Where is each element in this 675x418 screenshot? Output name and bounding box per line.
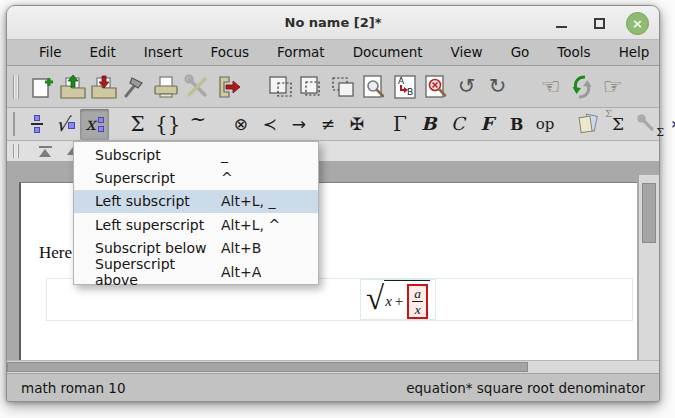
svg-text:A: A (398, 76, 405, 86)
menu-item-label: Left subscript (74, 193, 221, 209)
bold-icon[interactable]: B (414, 109, 443, 140)
fraction-numerator: a (412, 286, 423, 302)
menu-item-label: Superscript (74, 170, 221, 186)
document-text: Here (39, 243, 72, 263)
maximize-icon[interactable] (588, 12, 610, 34)
minimize-icon[interactable] (550, 12, 572, 34)
redo-icon[interactable]: ↻ (482, 69, 513, 105)
menu-item-shortcut: Alt+B (221, 240, 261, 256)
calligraphic-icon[interactable]: C (443, 109, 472, 140)
math-preferences-icon[interactable]: Σ (632, 109, 661, 140)
back-icon[interactable]: ☜ (535, 69, 566, 105)
menubar-item[interactable]: File (25, 42, 76, 63)
svg-text:B: B (407, 87, 413, 97)
menubar-item[interactable]: Focus (196, 42, 263, 63)
statusbar: math roman 10 equation* square root deno… (7, 373, 659, 401)
menubar-item[interactable]: Format (263, 42, 339, 63)
replace-icon[interactable]: A B (389, 69, 420, 105)
titlebar[interactable]: No name [2]* × (7, 6, 659, 40)
menubar-item[interactable]: View (437, 42, 497, 63)
menu-item-shortcut: Alt+L, _ (221, 193, 275, 209)
operator-icon[interactable]: op (530, 109, 559, 140)
jump-top-icon[interactable] (36, 144, 54, 158)
compile-icon[interactable] (119, 69, 150, 105)
scripts-dropdown-menu: Subscript _ Superscript ^ Left subscript… (73, 141, 319, 285)
maltese-icon[interactable]: ✠ (342, 109, 371, 140)
prec-icon[interactable]: ≺ (255, 109, 284, 140)
menu-item[interactable]: Left superscript Alt+L, ^ (74, 213, 318, 236)
otimes-icon[interactable]: ⊗ (226, 109, 255, 140)
menu-item[interactable]: Left subscript Alt+L, _ (74, 190, 318, 213)
fraktur-icon[interactable]: F (472, 109, 501, 140)
menubar-item[interactable]: Insert (130, 42, 197, 63)
undo-icon[interactable]: ↺ (451, 69, 482, 105)
menu-item-shortcut: Alt+L, ^ (221, 217, 280, 233)
find-icon[interactable] (358, 69, 389, 105)
close-document-icon[interactable] (212, 69, 243, 105)
menubar-item[interactable]: Edit (76, 42, 130, 63)
menubar-item[interactable]: Document (339, 42, 437, 63)
math-toolbar: √ x Σ {} ~ ⊗ ≺ → ≠ ✠ Γ B C F B op ΣΣ (7, 107, 659, 140)
menubar-item[interactable]: Help (605, 42, 664, 63)
radical-sign: √ (366, 280, 384, 319)
fraction-icon[interactable] (22, 109, 51, 140)
cut-icon[interactable] (265, 69, 296, 105)
tools-icon[interactable] (181, 69, 212, 105)
selected-fraction[interactable]: a x (407, 284, 428, 319)
paste-icon[interactable] (327, 69, 358, 105)
menu-item-shortcut: _ (221, 147, 228, 163)
texmacs-window: No name [2]* × File Edit Insert Focus Fo… (6, 5, 660, 402)
open-document-icon[interactable] (57, 69, 88, 105)
main-toolbar: A B ↺ ↻ ☜ (7, 65, 659, 107)
status-right: equation* square root denominator (406, 380, 645, 396)
menubar-item[interactable]: Tools (543, 42, 604, 63)
square-root-icon[interactable]: √ (51, 109, 80, 140)
toolbar-grip[interactable] (13, 112, 15, 136)
horizontal-scrollbar[interactable] (7, 360, 659, 373)
forward-icon[interactable]: ☞ (597, 69, 628, 105)
menubar-item[interactable]: Go (497, 42, 544, 63)
accent-icon[interactable]: ~ (183, 109, 212, 140)
horizontal-scrollbar-thumb[interactable] (7, 362, 528, 372)
status-left: math roman 10 (21, 380, 126, 396)
greek-letter-icon[interactable]: Γ (385, 109, 414, 140)
spell-check-icon[interactable] (420, 69, 451, 105)
neq-icon[interactable]: ≠ (313, 109, 342, 140)
vertical-scrollbar[interactable] (638, 175, 659, 360)
vertical-scrollbar-thumb[interactable] (642, 183, 656, 243)
print-icon[interactable] (150, 69, 181, 105)
copy-icon[interactable] (296, 69, 327, 105)
scripts-icon[interactable]: x (80, 109, 109, 140)
toolbar-grip[interactable] (13, 75, 19, 99)
sum-insert-icon[interactable]: ΣΣ (603, 109, 632, 140)
menu-item[interactable]: Subscript _ (74, 143, 318, 166)
equation-focus-box[interactable]: √ x + a x (360, 279, 436, 320)
equation-term: x (385, 293, 392, 310)
refresh-icon[interactable] (566, 69, 597, 105)
brackets-icon[interactable]: {} (152, 109, 183, 140)
menu-item[interactable]: Superscript ^ (74, 166, 318, 189)
menu-item-shortcut: ^ (221, 170, 233, 186)
big-operator-icon[interactable]: Σ (123, 109, 152, 140)
menu-item-label: Left superscript (74, 217, 221, 233)
menu-item-shortcut: Alt+A (221, 264, 261, 280)
fraction-denominator: x (413, 302, 423, 317)
menu-item-label: Superscript above (74, 256, 221, 288)
new-document-icon[interactable] (26, 69, 57, 105)
blackboard-bold-icon[interactable]: B (501, 109, 530, 140)
close-icon[interactable]: × (626, 12, 649, 35)
menu-item-label: Subscript (74, 147, 221, 163)
plus-operator: + (395, 293, 403, 310)
toolbar-grip[interactable] (13, 144, 19, 158)
window-controls: × (550, 6, 649, 40)
style-icon[interactable] (573, 109, 603, 140)
menubar: File Edit Insert Focus Format Document V… (7, 40, 659, 65)
save-document-icon[interactable] (88, 69, 119, 105)
menu-item[interactable]: Superscript above Alt+A (74, 260, 318, 283)
arrow-icon[interactable]: → (284, 109, 313, 140)
menu-item-label: Subscript below (74, 240, 221, 256)
square-root-expression: √ x + a x (366, 280, 430, 319)
